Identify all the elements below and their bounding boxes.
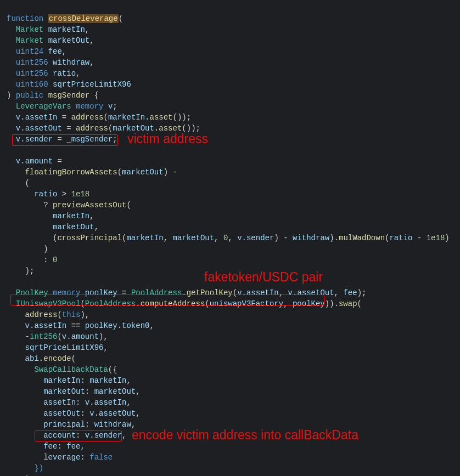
tok: ( (126, 201, 131, 209)
tok: . (66, 332, 71, 341)
tok: }) (34, 464, 43, 473)
tok: ( (25, 179, 30, 188)
tok-func: encode (43, 354, 71, 363)
tok-var: assetIn (246, 288, 279, 297)
tok: { (94, 91, 99, 100)
tok: . (20, 124, 25, 133)
tok: , (76, 69, 80, 78)
tok: ( (205, 299, 209, 308)
tok-var: ratio (53, 69, 76, 78)
tok-var: fee (48, 47, 62, 56)
tok-var: marketOut (53, 223, 94, 231)
tok-var: v (16, 124, 20, 133)
tok-var: assetOut (99, 409, 136, 418)
tok-var: token0 (122, 321, 149, 330)
tok: , (149, 321, 154, 330)
tok: ? (43, 201, 53, 209)
tok: . (117, 321, 122, 330)
tok: ; (113, 135, 117, 144)
tok: ()); (173, 113, 192, 122)
tok-func: crossDeleverage (48, 14, 119, 23)
tok-var: marketOut (113, 124, 154, 133)
tok-var: v (16, 157, 20, 166)
annotation-label-victim-address: victim address (127, 133, 208, 144)
tok: , (85, 25, 89, 34)
tok: = (117, 288, 131, 297)
tok-var: sender (246, 234, 274, 242)
tok-var: uniswapV3Factory (210, 299, 283, 308)
tok-var: v (16, 135, 20, 144)
tok-type: Market (16, 25, 43, 34)
tok: , (126, 398, 131, 407)
tok-var: sender (94, 431, 122, 440)
tok-var: withdraw (293, 234, 329, 242)
tok-key: leverage (43, 453, 80, 462)
tok-var: ratio (34, 190, 57, 199)
tok: : (76, 431, 85, 440)
tok: )). (325, 299, 339, 308)
tok: . (242, 234, 246, 242)
tok-var: v (25, 321, 30, 330)
tok: ( (357, 299, 362, 308)
tok-var: sqrtPriceLimitX96 (53, 80, 131, 89)
tok-var: poolKey (293, 299, 325, 308)
tok-key: fee (43, 442, 57, 451)
tok-var: poolKey (85, 321, 117, 330)
tok-func: getPoolKey (187, 288, 233, 297)
tok-num: 1e18 (71, 190, 90, 199)
tok: ; (113, 102, 117, 111)
tok-func: previewAssetsOut (53, 201, 126, 209)
tok-type: SwapCallbackData (34, 365, 108, 374)
tok-var: marketIn (108, 113, 145, 122)
tok: . (39, 354, 43, 363)
tok-var: marketIn (48, 25, 85, 34)
tok-func: address (76, 124, 108, 133)
tok-var: ratio (389, 234, 412, 242)
tok: : (57, 442, 66, 451)
tok: ( (80, 299, 85, 308)
tok-type: uint256 (16, 58, 48, 67)
tok-type: PoolAddress (85, 299, 136, 308)
tok-var: amount (71, 332, 99, 341)
tok: . (20, 113, 25, 122)
tok: , (279, 288, 288, 297)
tok-func: swap (339, 299, 357, 308)
tok-var: withdraw (53, 58, 89, 67)
tok: . (89, 398, 94, 407)
tok-num: 1e18 (427, 234, 445, 242)
tok: ( (117, 168, 122, 177)
tok-key: principal (43, 420, 85, 429)
tok-var: marketIn (126, 234, 163, 242)
tok-key: assetOut (43, 409, 80, 418)
tok: , (122, 431, 126, 440)
tok: , (94, 223, 99, 231)
tok-var: poolKey (85, 288, 117, 297)
tok: ); (25, 267, 35, 275)
tok-key: account (43, 431, 76, 440)
tok-keyword: memory (53, 288, 80, 297)
tok: . (242, 288, 246, 297)
tok-var: marketOut (172, 234, 214, 242)
tok: , (283, 299, 293, 308)
tok-var: marketOut (122, 168, 164, 177)
tok-func: asset (159, 124, 182, 133)
tok: - (412, 234, 426, 242)
tok-keyword: public (16, 91, 43, 100)
tok: ( (233, 288, 237, 297)
tok: . (136, 299, 140, 308)
tok-type: PoolKey (16, 288, 48, 297)
tok-var: _msgSender (66, 135, 113, 144)
tok-var: amount (25, 157, 53, 166)
tok-key: assetIn (43, 398, 76, 407)
tok: - (25, 332, 30, 341)
tok: . (20, 135, 25, 144)
tok-type: PoolAddress (131, 288, 182, 297)
tok-var: assetOut (25, 124, 62, 133)
tok-var: assetIn (25, 113, 58, 122)
tok: . (89, 431, 94, 440)
tok: , (136, 387, 140, 396)
tok-var: abi (25, 354, 39, 363)
tok: : (85, 387, 94, 396)
tok-var: assetIn (34, 321, 66, 330)
tok: = (53, 135, 66, 144)
